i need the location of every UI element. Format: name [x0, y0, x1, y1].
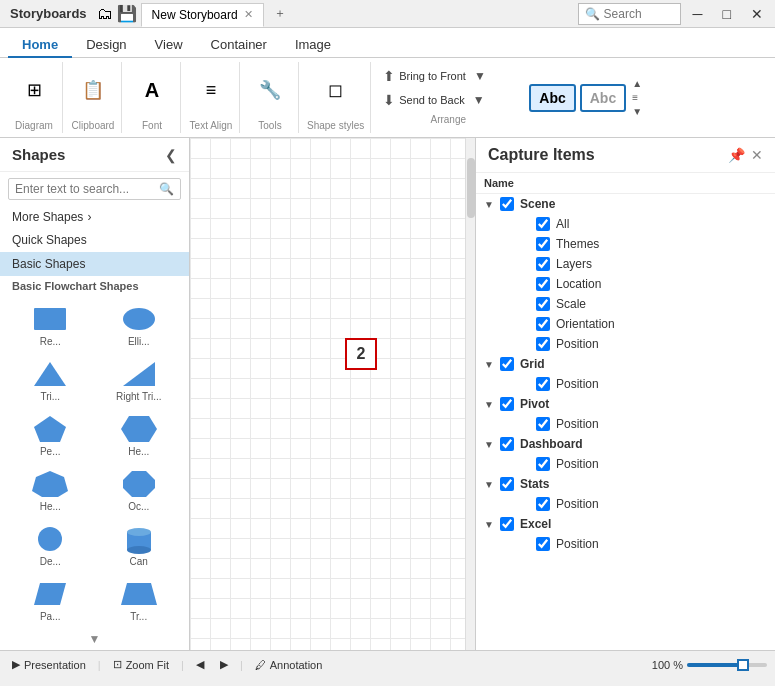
zoom-fit-button[interactable]: ⊡ Zoom Fit	[109, 656, 173, 673]
send-to-back-dropdown[interactable]: ▼	[473, 93, 485, 107]
shape-item-triangle[interactable]: Tri...	[8, 355, 93, 406]
save-icon[interactable]: 💾	[117, 4, 137, 23]
nav-tab-design[interactable]: Design	[72, 33, 140, 58]
shape-item-heptagon[interactable]: He...	[8, 465, 93, 516]
panel-close-icon[interactable]: ✕	[751, 147, 763, 163]
shape-styles-button[interactable]: ◻	[314, 75, 358, 105]
checkbox-all[interactable]	[536, 217, 550, 231]
checkbox-location[interactable]	[536, 277, 550, 291]
shape-item-decagon[interactable]: De...	[8, 520, 93, 571]
expand-icon-excel[interactable]: ▼	[484, 519, 498, 530]
minimize-button[interactable]: ─	[685, 4, 711, 24]
nav-tab-image[interactable]: Image	[281, 33, 345, 58]
shape-item-rect[interactable]: Re...	[8, 300, 93, 351]
shapes-collapse-button[interactable]: ❮	[165, 147, 177, 163]
new-tab-button[interactable]: ＋	[268, 3, 292, 24]
canvas-element-2[interactable]: 2	[345, 338, 377, 370]
checkbox-pivot-position[interactable]	[536, 417, 550, 431]
checkbox-themes[interactable]	[536, 237, 550, 251]
tree-row-pivot[interactable]: ▼Pivot	[476, 394, 775, 414]
shape-item-cylinder[interactable]: Can	[97, 520, 182, 571]
text-align-button[interactable]: ≡	[189, 76, 233, 105]
panel-pin-icon[interactable]: 📌	[728, 147, 745, 163]
expand-icon-stats[interactable]: ▼	[484, 479, 498, 490]
shape-item-trapezoid[interactable]: Tr...	[97, 575, 182, 626]
nav-tab-home[interactable]: Home	[8, 33, 72, 58]
shape-item-hexagon[interactable]: He...	[97, 410, 182, 461]
bring-to-front-dropdown[interactable]: ▼	[474, 69, 486, 83]
more-shapes-button[interactable]: More Shapes ›	[0, 206, 189, 228]
tree-row-location[interactable]: Location	[476, 274, 775, 294]
shape-item-pentagon[interactable]: Pe...	[8, 410, 93, 461]
checkbox-stats-position[interactable]	[536, 497, 550, 511]
tab-close-button[interactable]: ✕	[244, 8, 253, 21]
tree-row-dashboard[interactable]: ▼Dashboard	[476, 434, 775, 454]
close-button[interactable]: ✕	[743, 4, 771, 24]
tree-row-all[interactable]: All	[476, 214, 775, 234]
nav-quick-shapes[interactable]: Quick Shapes	[0, 228, 189, 252]
active-tab[interactable]: New Storyboard ✕	[141, 3, 264, 27]
tools-button[interactable]: 🔧	[248, 75, 292, 105]
diagram-button[interactable]: ⊞	[12, 75, 56, 105]
scroll-down-icon[interactable]: ▼	[89, 632, 101, 646]
bring-to-front-button[interactable]: ⬆ Bring to Front	[379, 66, 470, 86]
tree-row-excel-position[interactable]: Position	[476, 534, 775, 554]
shape-item-right-triangle[interactable]: Right Tri...	[97, 355, 182, 406]
canvas-scrollbar-vertical[interactable]	[465, 138, 475, 650]
checkbox-dashboard[interactable]	[500, 437, 514, 451]
tree-row-stats[interactable]: ▼Stats	[476, 474, 775, 494]
nav-tab-view[interactable]: View	[141, 33, 197, 58]
annotation-button[interactable]: 🖊 Annotation	[251, 657, 327, 673]
checkbox-scale[interactable]	[536, 297, 550, 311]
scroll-up-arrow[interactable]: ▲	[630, 77, 644, 91]
tree-row-dashboard-position[interactable]: Position	[476, 454, 775, 474]
checkbox-grid-position[interactable]	[536, 377, 550, 391]
nav-basic-shapes[interactable]: Basic Shapes	[0, 252, 189, 276]
scroll-down-arrow[interactable]: ▼	[630, 105, 644, 119]
font-button[interactable]: A	[130, 75, 174, 106]
tree-row-pivot-position[interactable]: Position	[476, 414, 775, 434]
checkbox-excel[interactable]	[500, 517, 514, 531]
presentation-button[interactable]: ▶ Presentation	[8, 656, 90, 673]
shape-item-ellipse[interactable]: Elli...	[97, 300, 182, 351]
tree-row-layers[interactable]: Layers	[476, 254, 775, 274]
tree-row-grid[interactable]: ▼Grid	[476, 354, 775, 374]
shape-item-octagon[interactable]: Oc...	[97, 465, 182, 516]
expand-icon-scene[interactable]: ▼	[484, 199, 498, 210]
tree-row-scene[interactable]: ▼Scene	[476, 194, 775, 214]
expand-icon-grid[interactable]: ▼	[484, 359, 498, 370]
search-box[interactable]: 🔍	[578, 3, 681, 25]
scroll-more-arrow[interactable]: ≡	[630, 91, 644, 105]
search-shapes-input[interactable]	[15, 182, 159, 196]
tree-row-grid-position[interactable]: Position	[476, 374, 775, 394]
checkbox-pivot[interactable]	[500, 397, 514, 411]
expand-icon-pivot[interactable]: ▼	[484, 399, 498, 410]
expand-icon-dashboard[interactable]: ▼	[484, 439, 498, 450]
style-button-2[interactable]: Abc	[580, 84, 626, 112]
tree-row-position[interactable]: Position	[476, 334, 775, 354]
shape-item-parallelogram[interactable]: Pa...	[8, 575, 93, 626]
tree-row-scale[interactable]: Scale	[476, 294, 775, 314]
tree-row-orientation[interactable]: Orientation	[476, 314, 775, 334]
zoom-slider[interactable]	[687, 663, 767, 667]
tree-row-stats-position[interactable]: Position	[476, 494, 775, 514]
canvas-area[interactable]: 2	[190, 138, 475, 650]
clipboard-button[interactable]: 📋	[71, 75, 115, 105]
search-shapes-box[interactable]: 🔍	[8, 178, 181, 200]
maximize-button[interactable]: □	[715, 4, 739, 24]
checkbox-layers[interactable]	[536, 257, 550, 271]
checkbox-scene[interactable]	[500, 197, 514, 211]
checkbox-grid[interactable]	[500, 357, 514, 371]
prev-button[interactable]: ◀	[192, 656, 208, 673]
checkbox-orientation[interactable]	[536, 317, 550, 331]
next-button[interactable]: ▶	[216, 656, 232, 673]
style-button-1[interactable]: Abc	[529, 84, 575, 112]
checkbox-excel-position[interactable]	[536, 537, 550, 551]
tree-row-themes[interactable]: Themes	[476, 234, 775, 254]
checkbox-dashboard-position[interactable]	[536, 457, 550, 471]
checkbox-stats[interactable]	[500, 477, 514, 491]
folder-icon[interactable]: 🗂	[97, 5, 113, 23]
scrollbar-thumb[interactable]	[467, 158, 475, 218]
search-input[interactable]	[604, 7, 674, 21]
tree-row-excel[interactable]: ▼Excel	[476, 514, 775, 534]
